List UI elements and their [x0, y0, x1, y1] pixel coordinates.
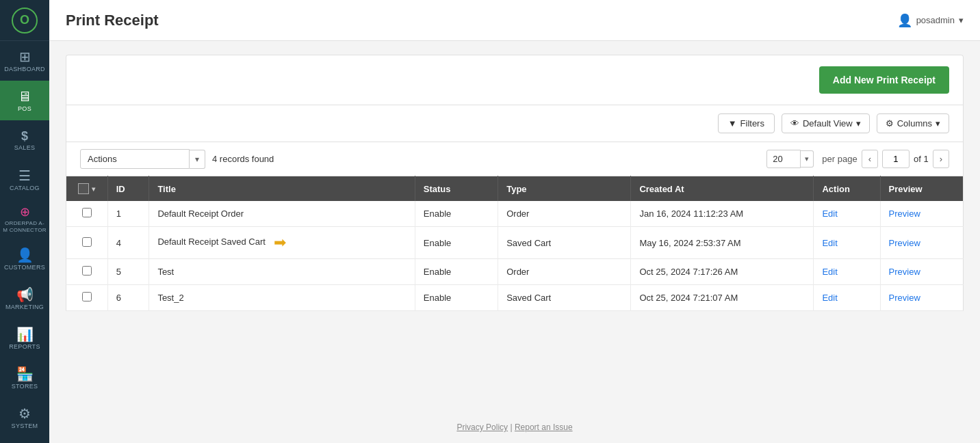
user-caret-icon: ▾	[959, 15, 964, 25]
row-preview-link[interactable]: Preview	[889, 293, 920, 303]
sidebar-item-customers[interactable]: 👤 CUSTOMERS	[0, 239, 49, 279]
sidebar-label-marketing: MARKETING	[5, 304, 44, 310]
th-created-at: Created At	[631, 176, 814, 202]
row-id: 4	[107, 227, 149, 259]
filters-button[interactable]: ▼ Filters	[718, 113, 775, 133]
columns-caret-icon: ▾	[936, 118, 940, 129]
sidebar-label-customers: CUSTOMERS	[4, 264, 45, 271]
sidebar-label-stores: STORES	[12, 383, 38, 390]
row-checkbox-cell	[66, 227, 108, 259]
pos-icon: 🖥	[18, 90, 31, 103]
header-checkbox-caret: ▾	[92, 185, 95, 193]
logo-icon: O	[12, 8, 38, 33]
arrow-annotation-icon: ➡	[274, 234, 286, 252]
row-preview-link[interactable]: Preview	[889, 267, 920, 277]
customers-icon: 👤	[16, 248, 34, 262]
system-icon: ⚙	[18, 407, 31, 420]
sidebar-item-system[interactable]: ⚙ SYSTEM	[0, 398, 49, 438]
actions-select-wrap: Actions ▾	[80, 149, 205, 169]
row-type: Order	[498, 201, 631, 227]
row-preview-link[interactable]: Preview	[889, 209, 920, 219]
user-area[interactable]: 👤 posadmin ▾	[897, 13, 964, 28]
row-type: Saved Cart	[498, 227, 631, 259]
row-edit-link[interactable]: Edit	[822, 209, 837, 219]
default-view-button[interactable]: 👁 Default View ▾	[782, 113, 870, 133]
row-created-at: Oct 25, 2024 7:17:26 AM	[631, 259, 814, 285]
row-action-cell: Edit	[814, 259, 880, 285]
row-checkbox[interactable]	[82, 266, 92, 276]
sidebar: O ⊞ DASHBOARD 🖥 POS $ SALES ☰ CATALOG ⊕ …	[0, 0, 49, 443]
actions-select[interactable]: Actions	[80, 149, 190, 169]
user-icon: 👤	[897, 13, 912, 28]
per-page-select[interactable]: 20	[766, 150, 801, 168]
row-status: Enable	[415, 227, 498, 259]
th-checkbox: ▾	[66, 176, 108, 202]
sidebar-label-reports: REPORTS	[9, 343, 40, 350]
per-page-arrow-button[interactable]: ▾	[801, 150, 814, 167]
row-type: Saved Cart	[498, 285, 631, 311]
row-checkbox-cell	[66, 201, 108, 227]
row-edit-link[interactable]: Edit	[822, 267, 837, 277]
row-preview-cell: Preview	[880, 227, 963, 259]
row-title: Test	[149, 259, 415, 285]
stores-icon: 🏪	[16, 367, 34, 381]
sidebar-label-orderpad: ORDERPAD A-M CONNECTOR	[3, 220, 47, 233]
row-checkbox[interactable]	[82, 237, 92, 247]
controls-right: ▼ Filters 👁 Default View ▾ ⚙ Columns ▾	[718, 113, 949, 133]
sidebar-item-stores[interactable]: 🏪 STORES	[0, 358, 49, 398]
per-page-label: per page	[822, 154, 857, 164]
page-number-input[interactable]	[882, 150, 910, 168]
prev-page-button[interactable]: ‹	[862, 150, 878, 168]
sidebar-item-dashboard[interactable]: ⊞ DASHBOARD	[0, 41, 49, 81]
actions-left: Actions ▾ 4 records found	[80, 149, 274, 169]
row-id: 6	[107, 285, 149, 311]
sidebar-item-marketing[interactable]: 📢 MARKETING	[0, 279, 49, 319]
controls-row: ▼ Filters 👁 Default View ▾ ⚙ Columns ▾	[66, 105, 964, 142]
eye-icon: 👁	[790, 118, 799, 129]
row-status: Enable	[415, 201, 498, 227]
row-title: Default Receipt Order	[149, 201, 415, 227]
table-row: 6Test_2EnableSaved CartOct 25, 2024 7:21…	[66, 285, 964, 311]
user-name: posadmin	[916, 15, 955, 25]
row-edit-link[interactable]: Edit	[822, 238, 837, 248]
top-bar: Print Receipt 👤 posadmin ▾	[49, 0, 980, 41]
sidebar-item-sales[interactable]: $ SALES	[0, 120, 49, 160]
privacy-policy-link[interactable]: Privacy Policy	[456, 422, 508, 432]
row-status: Enable	[415, 259, 498, 285]
sidebar-label-system: SYSTEM	[12, 422, 38, 429]
row-action-cell: Edit	[814, 285, 880, 311]
table-row: 1Default Receipt OrderEnableOrderJan 16,…	[66, 201, 964, 227]
dashboard-icon: ⊞	[19, 50, 31, 64]
row-edit-link[interactable]: Edit	[822, 293, 837, 303]
row-checkbox[interactable]	[82, 292, 92, 301]
sidebar-item-orderpad[interactable]: ⊕ ORDERPAD A-M CONNECTOR	[0, 200, 49, 239]
row-title: Default Receipt Saved Cart➡	[149, 227, 415, 259]
row-checkbox[interactable]	[82, 208, 92, 217]
add-new-print-receipt-button[interactable]: Add New Print Receipt	[819, 66, 949, 94]
th-status: Status	[415, 176, 498, 202]
orderpad-icon: ⊕	[20, 206, 30, 218]
next-page-button[interactable]: ›	[933, 150, 949, 168]
report-issue-link[interactable]: Report an Issue	[515, 422, 573, 432]
row-type: Order	[498, 259, 631, 285]
actions-dropdown-button[interactable]: ▾	[190, 150, 205, 169]
columns-button[interactable]: ⚙ Columns ▾	[877, 113, 949, 133]
row-preview-cell: Preview	[880, 285, 963, 311]
reports-icon: 📊	[16, 327, 34, 341]
row-preview-link[interactable]: Preview	[889, 238, 920, 248]
sidebar-item-catalog[interactable]: ☰ CATALOG	[0, 160, 49, 200]
row-action-cell: Edit	[814, 227, 880, 259]
row-id: 5	[107, 259, 149, 285]
row-created-at: Jan 16, 2024 11:12:23 AM	[631, 201, 814, 227]
columns-label: Columns	[897, 118, 932, 129]
data-table: ▾ ID Title Status Type Created At Action…	[66, 176, 964, 311]
page-title: Print Receipt	[66, 12, 159, 29]
sidebar-item-pos[interactable]: 🖥 POS	[0, 81, 49, 120]
header-checkbox-box	[78, 183, 89, 194]
per-page-select-wrap: 20 ▾	[766, 150, 814, 168]
sidebar-item-reports[interactable]: 📊 REPORTS	[0, 319, 49, 358]
filter-icon: ▼	[728, 118, 737, 129]
actions-row: Actions ▾ 4 records found 20 ▾ per page …	[66, 142, 964, 176]
row-checkbox-cell	[66, 285, 108, 311]
footer: Privacy Policy | Report an Issue	[49, 412, 980, 443]
